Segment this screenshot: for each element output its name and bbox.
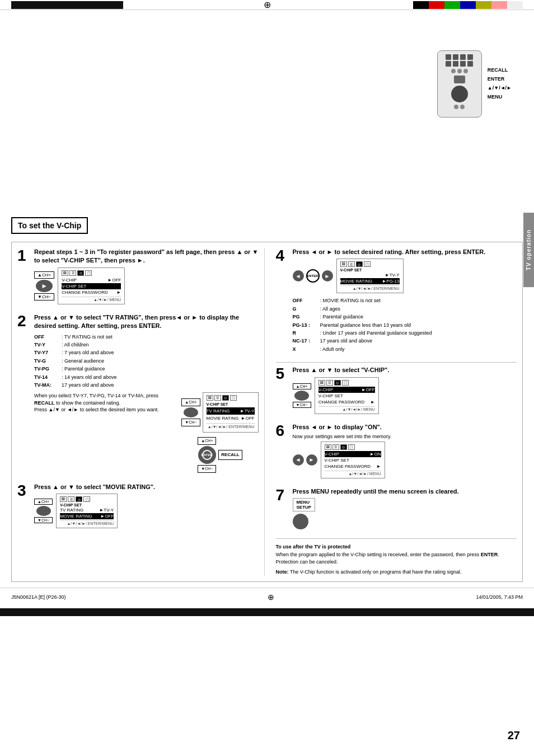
icon-2c: ☰ (68, 496, 74, 502)
remote-btn-small (460, 105, 465, 109)
menu-item-vchip-6: V-CHIP►ON (325, 451, 381, 457)
ch-plus-2[interactable]: ▲CH+ (181, 398, 200, 406)
dpad-with-enter: ENTER (198, 446, 216, 464)
step-5-title: Press ▲ or ▼ to select "V-CHIP". (293, 366, 517, 374)
menu-item-vchipset-6: V-CHIP SET (325, 457, 381, 463)
color-blue (460, 1, 476, 9)
step-3-menu: 🖼 ☰ ◎ 📋 V-CHIP SET TV RATING►TV-Y MOVIE … (56, 494, 118, 528)
menu-icons-6: 🖼 ☰ ◎ 📋 (325, 444, 381, 450)
step-4-block: 4 Press ◄ or ► to select desired rating.… (276, 248, 517, 355)
icon-4d: 📋 (364, 261, 371, 267)
step-2-number: 2 (17, 313, 30, 476)
remote-btn-row-2 (446, 61, 473, 67)
remote-btn-small (463, 69, 468, 73)
step-7-title: Press MENU repeatedly until the menu scr… (293, 487, 517, 496)
step-4-lr-group: ◄ ENTER ► (293, 269, 333, 283)
footer-left: J5N00621A [E] (P26-30) (11, 594, 66, 600)
menu-title-3: V-CHIP SET (60, 503, 114, 507)
menu-icons-1: 🖼 ☰ ◎ 📋 (62, 270, 121, 276)
step-5-menu: 🖼 ☰ ◎ 📋 V-CHIP►OFF V-CHIP SET CHANGE PAS… (315, 377, 379, 414)
step-6-number: 6 (276, 423, 288, 481)
remote-btn (446, 61, 451, 67)
icon-2b: ☰ (214, 395, 221, 401)
ch-minus-2[interactable]: ▼CH− (181, 419, 200, 426)
icon-4b: 📋 (230, 395, 237, 401)
step-1-block: 1 Repeat steps 1 ~ 3 in "To register pas… (17, 248, 259, 307)
step-6-menu: 🖼 ☰ ◎ 📋 V-CHIP►ON V-CHIP SET CHANGE PASS… (321, 442, 385, 478)
step-1-title: Repeat steps 1 ~ 3 in "To register passw… (34, 248, 259, 265)
ch-minus-3[interactable]: ▼CH− (198, 465, 216, 473)
page-number: 27 (508, 729, 520, 742)
step-4-title: Press ◄ or ► to select desired rating. A… (293, 248, 517, 256)
icon-3e: ◎ (334, 380, 341, 386)
ch-plus-btn[interactable]: ▲CH+ (34, 271, 54, 279)
remote-btn (460, 54, 466, 60)
to-use-after-section: To use after the TV is protected When th… (276, 543, 517, 576)
enter-label: ENTER (488, 76, 512, 82)
enter-inner: ENTER (202, 450, 212, 460)
step-6-block: 6 Press ◄ or ► to display "ON". Now your… (276, 423, 517, 481)
top-center-symbol: ⊕ (264, 0, 271, 10)
footer-right: 14/01/2005, 7:43 PM (476, 594, 523, 600)
icon-4e: 📋 (342, 380, 349, 386)
step-3-title: Press ▲ or ▼ to select "MOVIE RATING". (34, 483, 259, 491)
menu-item-movierating: MOVIE RATING►OFF (207, 415, 255, 422)
recall-btn[interactable]: RECALL (218, 450, 242, 459)
step-7-content: Press MENU repeatedly until the menu scr… (293, 487, 517, 532)
icon-1f: 🖼 (325, 444, 331, 450)
step-2-title: Press ▲ or ▼ to select "TV RATING", then… (34, 313, 259, 331)
recall-label: RECALL (488, 67, 512, 73)
ch-enter-group: ▲CH+ ENTER ▼CH− RECALL (198, 437, 242, 473)
ch-plus-5[interactable]: ▲CH+ (293, 383, 311, 389)
to-use-after-title: To use after the TV is protected (276, 543, 517, 551)
menu-icons-2: 🖼 ☰ ◎ 📋 (207, 395, 255, 401)
menu-icons-3: 🖼 ☰ ◎ 📋 (60, 496, 114, 502)
section-title-container: To set the V-Chip (11, 116, 523, 240)
step-4-menu: 🖼 ☰ ◎ 📋 V-CHIP SET ►TV-Y MOVIE RATING►PG… (336, 259, 404, 293)
remote-btn (467, 61, 473, 67)
menu-nav-3: ▲/▼/◄/►/ ENTER/MENU (60, 520, 114, 525)
menu-nav-1: ▲/▼/►/ MENU (62, 297, 121, 302)
left-arrow-4: ◄ (293, 270, 304, 281)
icon-2: ☰ (69, 270, 76, 276)
icon-2f: ☰ (332, 444, 339, 450)
step-5-block: 5 Press ▲ or ▼ to select "V-CHIP". ▲CH+ … (276, 366, 517, 416)
arrows-label: ▲/▼/◄/► (488, 85, 512, 91)
remote-btn (453, 61, 458, 67)
step-2-content: Press ▲ or ▼ to select "TV RATING", then… (34, 313, 259, 476)
step-3-content: Press ▲ or ▼ to select "MOVIE RATING". ▲… (34, 483, 259, 530)
note-section: Note: The V-Chip function is activated o… (276, 569, 517, 576)
divider-2 (276, 538, 517, 539)
to-use-after-text: When the program applied to the V-Chip s… (276, 551, 517, 566)
remote-labels: RECALL ENTER ▲/▼/◄/► MENU (488, 50, 512, 100)
menu-nav-6: ▲/▼/◄/►/ MENU (325, 471, 381, 476)
menu-icons-4: 🖼 ☰ ◎ 📋 (340, 261, 400, 267)
step-5-number: 5 (276, 366, 288, 416)
left-column: 1 Repeat steps 1 ~ 3 in "To register pas… (17, 248, 265, 576)
remote-dpad (451, 86, 468, 102)
icon-3f: ◎ (340, 444, 347, 450)
icon-4: 📋 (85, 270, 92, 276)
remote-diagram-section: RECALL ENTER ▲/▼/◄/► MENU (437, 50, 512, 118)
ch-minus-5[interactable]: ▼CH− (293, 402, 311, 408)
icon-1c: 🖼 (60, 496, 67, 502)
menu-item-changepw: CHANGE PASSWORD► (62, 289, 121, 295)
ch-control-2: ▲CH+ ▼CH− (181, 398, 200, 426)
color-black (413, 1, 429, 9)
ch-plus-4[interactable]: ▲CH+ (34, 499, 53, 505)
step-7-block: 7 Press MENU repeatedly until the menu s… (276, 487, 517, 532)
step-1-diagrams: ▲CH+ ► ▼CH− 🖼 ☰ ◎ 📋 V-CHIP►OFF V-CHIP SE… (34, 267, 259, 304)
ch-control-1: ▲CH+ ► ▼CH− (34, 271, 54, 300)
menu-nav-2: ▲/▼/◄/►/ ENTER/MENU (207, 423, 255, 430)
ch-minus-4[interactable]: ▼CH− (34, 517, 53, 523)
ch-minus-btn[interactable]: ▼CH− (34, 293, 54, 300)
bottom-strip (0, 608, 534, 616)
ch-plus-3[interactable]: ▲CH+ (198, 437, 216, 445)
step-2-block: 2 Press ▲ or ▼ to select "TV RATING", th… (17, 313, 259, 476)
step-7-number: 7 (276, 487, 288, 532)
ch-control-3: ▲CH+ ENTER ▼CH− (198, 437, 216, 473)
step-2-diagram-top: ▲CH+ ▼CH− 🖼 ☰ ◎ 📋 (181, 392, 258, 433)
enter-btn-4[interactable]: ENTER (306, 269, 320, 283)
remote-btn-small (451, 69, 456, 73)
remote-btn-row-1 (446, 54, 473, 60)
